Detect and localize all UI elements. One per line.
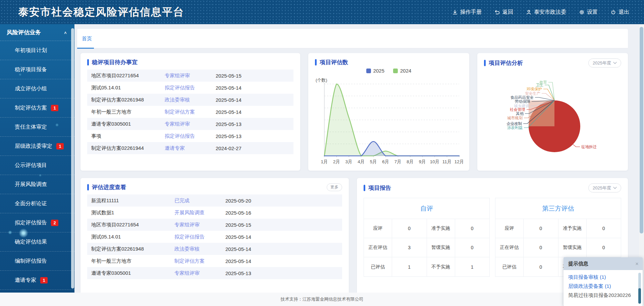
progress-more-button[interactable]: 更多 xyxy=(327,183,342,191)
project-name: 地区市项目02271654 xyxy=(91,222,174,228)
stage-link[interactable]: 专家组评审 xyxy=(174,222,225,228)
report-cell-label: 已评估 xyxy=(495,257,524,276)
stage-link[interactable]: 拟定评估报告 xyxy=(174,234,225,240)
svg-text:7月: 7月 xyxy=(394,159,401,164)
sidebar-item[interactable]: 责任主体审定 xyxy=(0,118,74,137)
popup-link[interactable]: 项目报备审核 (1) xyxy=(568,272,635,281)
list-item: 新流程11111已完成2025-05-20 xyxy=(87,194,342,207)
notification-badge: 1 xyxy=(40,277,48,283)
date-text: 2025-05-16 xyxy=(225,210,260,216)
footer: 技术支持：江苏海盟金网信息技术有限公司 xyxy=(0,293,644,306)
sidebar-item[interactable]: 开展风险调查 xyxy=(0,175,74,194)
popup-scrollbar-thumb[interactable] xyxy=(638,288,641,304)
stage-link[interactable]: 制定评估方案 xyxy=(165,109,216,115)
report-cell-label: 不予实施 xyxy=(427,257,455,276)
stage-link[interactable]: 已完成 xyxy=(174,198,225,204)
sidebar-item[interactable]: 邀请专家1 xyxy=(0,271,74,290)
header-menu-return[interactable]: 返回 xyxy=(494,9,513,16)
panel-eval-analysis-title: 项目评估分析 xyxy=(484,59,523,67)
popup-header: 提示信息 × xyxy=(564,257,643,270)
stage-link[interactable]: 专家组评审 xyxy=(174,270,225,276)
analysis-year-dropdown[interactable]: 2025年度 xyxy=(588,58,621,68)
close-icon[interactable]: × xyxy=(635,261,639,267)
list-item: 制定评估方案02261948政法委审核2025-05-14 xyxy=(87,94,293,106)
footer-text: 技术支持：江苏海盟金网信息技术有限公司 xyxy=(281,296,364,302)
stage-link[interactable]: 专家组评审 xyxy=(165,121,216,127)
stage-link[interactable]: 开展风险调查 xyxy=(174,210,225,216)
return-icon xyxy=(494,9,500,15)
panel-eval-count: 项目评估数 20252024 (个数) 1月2月3月4月5月6月7月8月9月10… xyxy=(308,53,469,171)
panel-eval-analysis: 项目评估分析 2025年度 教育卫生环境保护安全生产食品药品安全劳动保障城乡建设… xyxy=(477,53,628,171)
sidebar-item[interactable]: 制定评估方案1 xyxy=(0,98,74,118)
popup-text: 简易过往项目报备20230226 xyxy=(568,291,635,300)
stage-link[interactable]: 拟定评估报告 xyxy=(165,85,216,91)
sidebar-item[interactable]: 稳评项目报备 xyxy=(0,60,74,79)
svg-text:6月: 6月 xyxy=(382,159,389,164)
stage-link[interactable]: 政法委审核 xyxy=(174,246,225,252)
svg-text:10月: 10月 xyxy=(430,159,440,164)
sidebar-item[interactable]: 全面分析论证 xyxy=(0,194,74,213)
stage-link[interactable]: 拟定评估报告 xyxy=(165,133,216,139)
header-menu-power[interactable]: 退出 xyxy=(610,9,629,16)
sidebar-group-risk-assessment[interactable]: 风险评估业务 ∧ xyxy=(0,24,74,41)
header-menu-label: 返回 xyxy=(502,9,513,16)
legend-swatch xyxy=(393,69,398,73)
svg-text:企业改制: 企业改制 xyxy=(506,122,522,126)
sidebar-item[interactable]: 成立评估小组 xyxy=(0,79,74,98)
sidebar-item[interactable]: 拟定评估报告2 xyxy=(0,213,74,232)
svg-text:劳动保障: 劳动保障 xyxy=(515,99,531,103)
popup-link[interactable]: 层级政法委备案 (1) xyxy=(568,281,635,291)
list-item: 测试05.14.01拟定评估报告2025-05-14 xyxy=(87,82,293,94)
legend-item-2024[interactable]: 2024 xyxy=(393,68,411,74)
project-name: 测试05.14.01 xyxy=(91,234,174,240)
stage-link[interactable]: 制定评估方案 xyxy=(174,258,225,264)
sidebar-item[interactable]: 确定评估结果 xyxy=(0,232,74,252)
list-item: 制定评估方案02261944邀请专家2024-02-27 xyxy=(87,142,293,154)
list-item: 制定评估方案02261948政法委审核2025-05-14 xyxy=(87,243,342,255)
list-item: 年初一般三方地市制定评估方案2025-05-14 xyxy=(87,255,342,267)
project-name: 年初一般三方地市 xyxy=(91,109,165,115)
sidebar-item-label: 编制评估报告 xyxy=(15,258,47,265)
svg-text:社会管理: 社会管理 xyxy=(510,107,525,112)
sidebar-item-label: 确定评估结果 xyxy=(15,238,47,246)
tab-home[interactable]: 首页 xyxy=(77,29,97,48)
report-cell-value: 1 xyxy=(455,257,490,276)
date-text: 2025-05-15 xyxy=(216,73,251,79)
stage-link[interactable]: 政法委审核 xyxy=(165,97,216,103)
date-text: 2025-05-14 xyxy=(216,109,251,115)
report-year-dropdown[interactable]: 2025年度 xyxy=(588,183,621,192)
header-menu: 操作手册返回泰安市政法委设置退出 xyxy=(452,9,644,16)
page-scrollbar-thumb[interactable] xyxy=(640,27,643,233)
project-name: 事项 xyxy=(91,133,165,139)
stage-link[interactable]: 专家组评审 xyxy=(165,73,216,79)
legend-item-2025[interactable]: 2025 xyxy=(366,68,384,74)
header-menu-user[interactable]: 泰安市政法委 xyxy=(526,9,566,16)
panel-progress: 评估进度查看 更多 新流程11111已完成2025-05-20测试数据1开展风险… xyxy=(80,178,349,293)
header-menu-gear[interactable]: 设置 xyxy=(579,9,598,16)
report-cell-label: 暂缓实施 xyxy=(558,238,587,257)
main-content: 首页 稳评项目待办事宜 地区市项目02271654专家组评审2025-05-15… xyxy=(74,24,637,293)
header-menu-download[interactable]: 操作手册 xyxy=(452,9,482,16)
report-cell-value: 0 xyxy=(524,238,558,257)
app-title: 泰安市社会稳定风险评估信息平台 xyxy=(0,5,184,19)
panel-eval-count-title: 项目评估数 xyxy=(315,58,348,66)
header-menu-label: 设置 xyxy=(587,9,598,16)
svg-text:2月: 2月 xyxy=(333,159,340,164)
sidebar-scrollbar[interactable] xyxy=(71,28,74,289)
svg-text:1月: 1月 xyxy=(321,159,328,164)
project-name: 新流程11111 xyxy=(91,198,174,204)
todo-list: 地区市项目02271654专家组评审2025-05-15测试05.14.01拟定… xyxy=(87,70,293,154)
title-accent-bar xyxy=(87,184,89,190)
sidebar-item-label: 拟定评估报告 xyxy=(15,219,47,226)
project-name: 制定评估方案02261948 xyxy=(91,97,165,103)
report-table-row: 应评0准予实施0 xyxy=(364,219,489,238)
sidebar-item[interactable]: 年初项目计划 xyxy=(0,41,74,60)
svg-text:8月: 8月 xyxy=(407,159,414,164)
panel-report-title: 项目报告 xyxy=(364,184,391,192)
sidebar-item[interactable]: 编制评估报告 xyxy=(0,252,74,271)
project-name: 邀请专家0305001 xyxy=(91,121,165,127)
sidebar-item[interactable]: 层级政法委审定1 xyxy=(0,137,74,156)
sidebar-item[interactable]: 公示评估项目 xyxy=(0,156,74,175)
progress-list: 新流程11111已完成2025-05-20测试数据1开展风险调查2025-05-… xyxy=(87,194,342,279)
stage-link[interactable]: 邀请专家 xyxy=(165,145,216,151)
